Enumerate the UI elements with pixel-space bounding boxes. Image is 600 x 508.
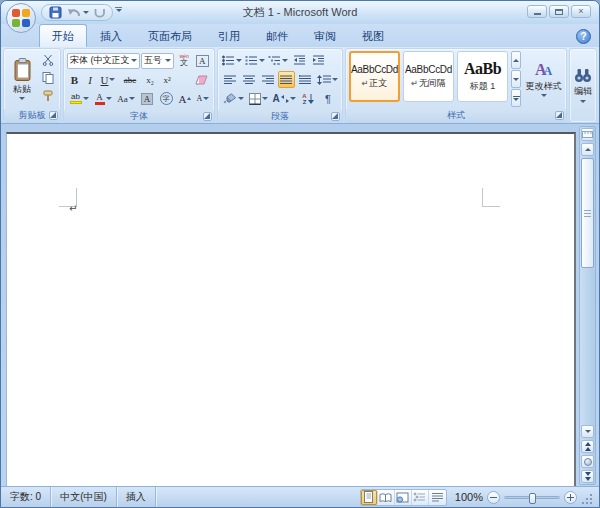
full-screen-reading-view-button[interactable] xyxy=(378,490,395,505)
chevron-down-icon xyxy=(513,78,519,81)
line-spacing-button[interactable] xyxy=(315,71,339,88)
font-size-combo[interactable]: 五号 xyxy=(141,53,175,69)
font-color-icon: A xyxy=(95,93,105,105)
strikethrough-button[interactable]: abc xyxy=(119,71,141,88)
previous-page-button[interactable] xyxy=(581,440,594,453)
clear-formatting-button[interactable] xyxy=(191,71,211,88)
change-case-button[interactable]: Aa xyxy=(115,90,137,107)
align-right-icon xyxy=(262,75,274,85)
tab-home[interactable]: 开始 xyxy=(39,24,87,47)
help-button[interactable]: ? xyxy=(576,29,591,44)
customize-qat-button[interactable] xyxy=(113,7,124,18)
save-button[interactable] xyxy=(47,6,63,20)
font-color-button[interactable]: A xyxy=(92,90,114,107)
document-page[interactable]: ↵ xyxy=(6,132,576,486)
draft-view-button[interactable] xyxy=(429,490,446,505)
multilevel-list-button[interactable] xyxy=(267,52,289,69)
zoom-slider-track[interactable] xyxy=(504,496,560,499)
font-name-value: 宋体 (中文正文) xyxy=(70,54,129,67)
tab-references[interactable]: 引用 xyxy=(205,24,253,47)
bullets-button[interactable] xyxy=(221,52,243,69)
zoom-level[interactable]: 100% xyxy=(455,491,483,503)
chevron-down-icon xyxy=(585,430,591,433)
styles-more-button[interactable] xyxy=(511,89,521,107)
clipboard-dialog-launcher[interactable] xyxy=(49,111,58,120)
format-painter-button[interactable] xyxy=(39,87,57,104)
group-styles: AaBbCcDd ↵正文 AaBbCcDd ↵无间隔 AaBb 标题 1 xyxy=(345,48,567,123)
tab-view[interactable]: 视图 xyxy=(349,24,397,47)
styles-dialog-launcher[interactable] xyxy=(555,111,564,120)
office-button[interactable] xyxy=(6,3,36,33)
undo-button[interactable] xyxy=(65,6,81,20)
outline-view-button[interactable] xyxy=(412,490,429,505)
character-shading-button[interactable]: A xyxy=(138,90,156,107)
title-bar: 文档 1 - Microsoft Word × xyxy=(1,1,599,24)
scrollbar-track[interactable] xyxy=(580,269,595,424)
tab-review[interactable]: 审阅 xyxy=(301,24,349,47)
editing-button[interactable]: 编辑 xyxy=(570,49,596,122)
italic-button[interactable]: I xyxy=(83,71,97,88)
style-heading1[interactable]: AaBb 标题 1 xyxy=(457,51,508,102)
tab-mailings[interactable]: 邮件 xyxy=(253,24,301,47)
styles-scroll-up-button[interactable] xyxy=(511,51,521,69)
paragraph-dialog-launcher[interactable] xyxy=(331,112,340,121)
enclose-characters-button[interactable]: 字 xyxy=(157,90,175,107)
asian-layout-button[interactable]: A xyxy=(271,90,297,107)
style-normal[interactable]: AaBbCcDd ↵正文 xyxy=(349,51,400,102)
shrink-font-button[interactable]: A xyxy=(195,90,211,107)
paste-button[interactable]: 粘贴 xyxy=(7,51,37,107)
zoom-out-button[interactable] xyxy=(487,491,500,504)
bold-button[interactable]: B xyxy=(67,71,82,88)
sort-button[interactable]: AZ xyxy=(298,90,318,107)
align-left-button[interactable] xyxy=(221,71,239,88)
zoom-slider-thumb[interactable] xyxy=(529,493,536,504)
character-border-button[interactable]: A xyxy=(194,52,211,69)
cut-button[interactable] xyxy=(39,51,57,68)
underline-button[interactable]: U xyxy=(98,71,118,88)
web-layout-view-button[interactable] xyxy=(395,490,412,505)
font-name-combo[interactable]: 宋体 (中文正文) xyxy=(67,53,140,69)
highlight-color-button[interactable]: ab xyxy=(67,90,91,107)
change-styles-button[interactable]: AA 更改样式 xyxy=(524,51,563,107)
redo-button[interactable] xyxy=(91,6,107,20)
decrease-indent-button[interactable] xyxy=(290,52,308,69)
styles-scroll-down-button[interactable] xyxy=(511,70,521,88)
word-count-indicator[interactable]: 字数: 0 xyxy=(1,487,51,507)
font-dialog-launcher[interactable] xyxy=(203,112,212,121)
tab-insert[interactable]: 插入 xyxy=(87,24,135,47)
show-hide-marks-button[interactable]: ¶ xyxy=(319,90,337,107)
close-button[interactable]: × xyxy=(571,5,591,18)
justify-button[interactable] xyxy=(278,71,296,88)
align-center-button[interactable] xyxy=(240,71,258,88)
increase-indent-button[interactable] xyxy=(309,52,327,69)
undo-dropdown-icon[interactable] xyxy=(83,11,89,14)
zoom-in-button[interactable] xyxy=(564,491,577,504)
shading-button[interactable] xyxy=(221,90,245,107)
next-page-button[interactable] xyxy=(581,470,594,483)
align-right-button[interactable] xyxy=(259,71,277,88)
scroll-up-button[interactable] xyxy=(581,143,594,156)
ruler-toggle-button[interactable] xyxy=(581,128,594,141)
align-left-icon xyxy=(224,75,236,85)
style-no-spacing[interactable]: AaBbCcDd ↵无间隔 xyxy=(403,51,454,102)
superscript-button[interactable]: x² xyxy=(159,71,175,88)
phonetic-guide-button[interactable]: wén文 xyxy=(175,52,192,69)
borders-button[interactable] xyxy=(246,90,270,107)
group-paragraph: A AZ ¶ 段落 xyxy=(217,48,343,123)
print-layout-view-button[interactable] xyxy=(361,490,378,505)
scroll-down-button[interactable] xyxy=(581,425,594,438)
subscript-button[interactable]: x₂ xyxy=(142,71,158,88)
maximize-button[interactable] xyxy=(549,5,569,18)
language-indicator[interactable]: 中文(中国) xyxy=(51,487,117,507)
decrease-indent-icon xyxy=(293,55,306,66)
grow-font-button[interactable]: A xyxy=(176,90,194,107)
scrollbar-thumb[interactable] xyxy=(581,158,594,268)
resize-grip[interactable] xyxy=(581,493,593,505)
tab-page-layout[interactable]: 页面布局 xyxy=(135,24,205,47)
insert-mode-indicator[interactable]: 插入 xyxy=(117,487,156,507)
distribute-button[interactable] xyxy=(296,71,314,88)
select-browse-object-button[interactable] xyxy=(581,455,594,468)
numbering-button[interactable] xyxy=(244,52,266,69)
copy-button[interactable] xyxy=(39,69,57,86)
minimize-button[interactable] xyxy=(527,5,547,18)
